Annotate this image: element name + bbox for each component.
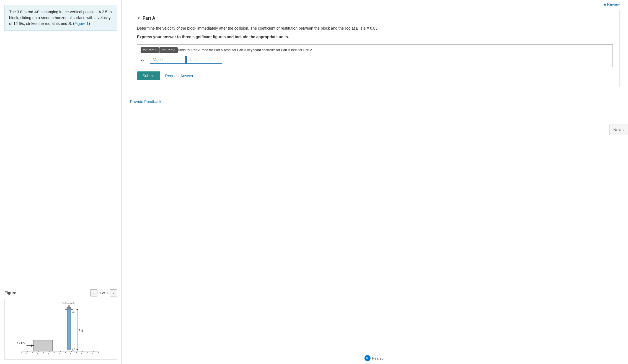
part-a-section: ▼ Part A Determine the velocity of the b… [130,10,620,87]
figure-next-btn[interactable]: › [110,289,117,296]
figure-canvas: A B 3 ft 12 ft/s [4,299,117,360]
figure-section: Figure ‹ 1 of 1 › [0,286,122,364]
svg-text:A: A [72,310,75,314]
svg-text:B: B [72,347,75,351]
next-arrow-icon: › [622,128,624,132]
part-a-toggle[interactable]: ▼ [137,16,140,20]
pearson-footer: P Pearson [364,355,385,361]
figure-nav: ‹ 1 of 1 › [90,289,117,296]
svg-line-14 [92,351,94,354]
units-input[interactable] [186,56,222,64]
svg-line-11 [76,351,77,354]
page-container: The 3.8-lb rod AB is hanging in the vert… [0,0,628,364]
value-input[interactable] [150,56,186,64]
svg-line-21 [68,302,69,304]
toolbar-undo-text: undo for Part A [178,48,200,52]
svg-line-12 [81,351,83,354]
part-a-header: ▼ Part A [137,16,613,21]
svg-line-3 [32,351,33,354]
svg-line-20 [65,302,66,304]
svg-text:12 ft/s: 12 ft/s [17,342,25,345]
figure-title: Figure [4,291,16,295]
question-instruction: Express your answer to three significant… [137,34,613,40]
svg-line-4 [37,351,39,354]
svg-line-9 [65,351,66,354]
svg-line-5 [43,351,44,354]
svg-line-13 [87,351,88,354]
problem-text-box: The 3.8-lb rod AB is hanging in the vert… [4,5,117,31]
figure-count: 1 of 1 [99,291,108,295]
part-a-title: Part A [143,16,156,21]
review-link-container: ■ Review [130,0,620,10]
toolbar-btn-2[interactable]: for Part A [159,47,178,53]
toolbar: for Part A for Part A undo for Part A re… [141,47,609,53]
svg-line-23 [73,302,74,304]
svg-line-10 [70,351,72,354]
figure-header: Figure ‹ 1 of 1 › [4,289,117,296]
svg-line-8 [60,351,61,354]
toolbar-reset-text: reset for Part A [224,48,246,52]
svg-line-22 [70,302,72,304]
figure-link[interactable]: Figure 1 [74,21,89,26]
figure-diagram: A B 3 ft 12 ft/s [5,299,117,359]
left-panel: The 3.8-lb rod AB is hanging in the vert… [0,0,122,364]
pearson-label: Pearson [372,356,385,360]
svg-line-2 [27,351,28,354]
svg-line-15 [98,351,99,354]
svg-line-6 [48,351,50,354]
svg-rect-29 [33,340,52,351]
answer-row: vb = [141,56,609,64]
toolbar-redo-text: redo for Part A [201,48,223,52]
svg-line-19 [62,302,63,304]
review-link[interactable]: ■ Review [604,2,620,7]
pearson-logo: P [364,355,370,361]
svg-rect-24 [67,309,71,350]
question-text: Determine the velocity of the block imme… [137,25,613,31]
next-label: Next [614,128,622,132]
problem-text: The 3.8-lb rod AB is hanging in the vert… [9,10,112,26]
submit-button[interactable]: Submit [137,71,160,80]
answer-box: for Part A for Part A undo for Part A re… [137,44,613,67]
figure-prev-btn[interactable]: ‹ [90,289,97,296]
toolbar-keyboard-text: keyboard shortcuts for Part A [247,48,290,52]
right-panel: ■ Review ▼ Part A Determine the velocity… [122,0,628,364]
svg-text:3 ft: 3 ft [79,329,83,333]
svg-line-7 [54,351,55,354]
action-row: Submit Request Answer [137,71,613,80]
svg-line-1 [21,351,22,354]
svg-marker-16 [66,305,72,309]
provide-feedback-link[interactable]: Provide Feedback [130,99,161,104]
next-button[interactable]: Next › [609,125,628,135]
toolbar-btn-1[interactable]: for Part A [141,47,159,53]
answer-label: vb = [141,57,148,63]
toolbar-help-text: help for Part A [291,48,312,52]
request-answer-link[interactable]: Request Answer [165,74,193,78]
